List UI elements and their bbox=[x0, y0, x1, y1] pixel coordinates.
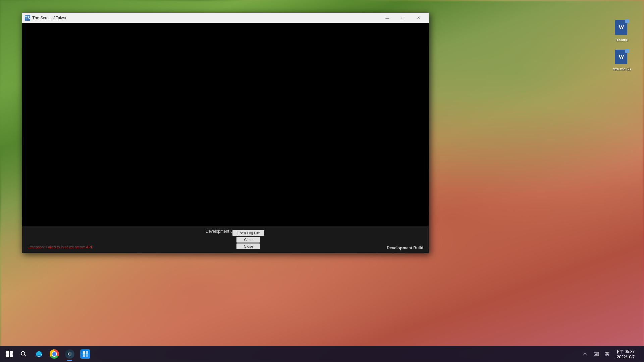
taskbar-time: 下午 05:37 bbox=[615, 349, 635, 355]
word-icon-1: W bbox=[615, 20, 629, 36]
language-indicator[interactable]: 英 bbox=[603, 350, 611, 358]
search-button[interactable] bbox=[17, 348, 30, 360]
svg-rect-7 bbox=[594, 352, 599, 356]
show-desktop-button[interactable] bbox=[639, 347, 641, 361]
title-bar: TS The Scroll of Taiwu — □ ✕ bbox=[22, 13, 429, 23]
edge-icon bbox=[35, 350, 43, 358]
taskbar-apps: ⚙ bbox=[32, 347, 93, 361]
desktop-icon-label-resume: resume bbox=[616, 38, 628, 42]
desktop-icon-resume[interactable]: W resume bbox=[610, 20, 634, 42]
minimize-button[interactable]: — bbox=[380, 13, 395, 23]
windows-logo-icon bbox=[6, 351, 13, 357]
svg-rect-5 bbox=[83, 354, 85, 357]
taskbar-app-task[interactable] bbox=[78, 347, 93, 361]
svg-rect-4 bbox=[86, 351, 88, 354]
taskbar-app-steam[interactable]: ⚙ bbox=[62, 347, 77, 361]
steam-icon: ⚙ bbox=[65, 349, 74, 359]
keyboard-icon[interactable] bbox=[591, 349, 602, 359]
maximize-button[interactable]: □ bbox=[395, 13, 411, 23]
taskbar-app-edge[interactable] bbox=[32, 347, 46, 361]
taskbar-app-chrome[interactable] bbox=[47, 347, 62, 361]
clear-button[interactable]: Clear bbox=[236, 237, 260, 243]
title-bar-controls: — □ ✕ bbox=[380, 13, 426, 23]
task-icon bbox=[80, 349, 90, 359]
start-button[interactable] bbox=[3, 347, 16, 361]
tray-expand-button[interactable] bbox=[580, 349, 590, 359]
dev-build-label: Development Build bbox=[387, 246, 423, 250]
keyboard-layout-icon bbox=[594, 351, 599, 357]
svg-rect-3 bbox=[83, 351, 85, 354]
task-manager-icon bbox=[82, 351, 88, 357]
desktop-icon-label-resume2: resume (2) bbox=[613, 67, 631, 71]
desktop-icon-resume2[interactable]: W resume (2) bbox=[610, 50, 634, 71]
taskbar-right: 英 下午 05:37 2022/10/7 bbox=[580, 347, 641, 361]
search-icon bbox=[21, 351, 27, 357]
window-title: The Scroll of Taiwu bbox=[32, 16, 380, 20]
chevron-up-icon bbox=[583, 352, 587, 356]
close-button[interactable]: ✕ bbox=[411, 13, 426, 23]
dev-console: Development Console Exception: Failed to… bbox=[22, 226, 429, 253]
svg-line-1 bbox=[24, 355, 26, 356]
chrome-icon bbox=[50, 349, 59, 359]
taskbar-clock[interactable]: 下午 05:37 2022/10/7 bbox=[613, 348, 637, 361]
desktop-icons-area: W resume W resume (2) bbox=[610, 20, 634, 71]
taskbar: ⚙ bbox=[0, 346, 644, 362]
open-log-file-button[interactable]: Open Log File bbox=[232, 230, 264, 236]
game-area: Development Console Exception: Failed to… bbox=[22, 23, 429, 253]
svg-rect-6 bbox=[86, 354, 88, 357]
svg-point-0 bbox=[21, 352, 25, 355]
taskbar-date: 2022/10/7 bbox=[617, 355, 635, 359]
dev-console-buttons: Open Log File Clear Close bbox=[232, 230, 264, 249]
app-window: TS The Scroll of Taiwu — □ ✕ Development… bbox=[22, 13, 429, 253]
app-icon: TS bbox=[25, 15, 30, 21]
dev-console-error: Exception: Failed to initialize steam AP… bbox=[28, 245, 93, 249]
dev-close-button[interactable]: Close bbox=[236, 243, 260, 249]
word-icon-2: W bbox=[615, 50, 629, 66]
notification-area bbox=[580, 349, 602, 359]
